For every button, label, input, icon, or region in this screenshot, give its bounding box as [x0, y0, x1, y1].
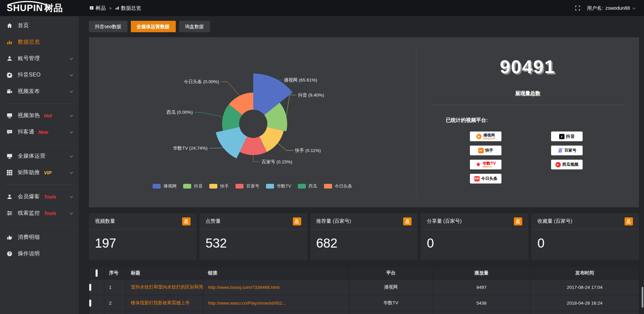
- legend-label: 华数TV: [277, 183, 291, 189]
- platform-name: 抖音: [566, 134, 575, 139]
- column-header: 标题: [126, 267, 203, 279]
- chevron-down-icon: [70, 170, 73, 174]
- sidebar-divider: [5, 144, 73, 144]
- pie-label: 快手 (0.11%): [295, 148, 321, 153]
- scrollbar-thumb[interactable]: [642, 287, 643, 308]
- legend-label: 播视网: [163, 183, 176, 189]
- sidebar-item-member-baoke[interactable]: 会员爆客Tools: [0, 189, 79, 205]
- wasu-logo-icon: ✳: [476, 162, 481, 167]
- row-checkbox[interactable]: [89, 300, 91, 307]
- cell-index: [104, 311, 126, 314]
- cell-plays: [433, 311, 530, 314]
- sidebar-item-media-ops[interactable]: 全媒体运营: [0, 148, 79, 164]
- legend-item-华数TV[interactable]: 华数TV: [266, 183, 291, 189]
- legend-item-抖音[interactable]: 抖音: [183, 183, 203, 189]
- breadcrumb-current[interactable]: 数据总览: [115, 5, 141, 11]
- chevron-down-icon: [70, 154, 73, 157]
- kuaishou-logo-icon: 66: [478, 148, 484, 153]
- cell-plays: 8497: [433, 279, 530, 295]
- cell-title[interactable]: 楼体投影灯投影效果震撼上市: [126, 295, 203, 311]
- pie-label-line: [195, 112, 223, 117]
- legend-swatch: [324, 184, 332, 189]
- chevron-down-icon: [70, 113, 73, 117]
- platform-name: 百家号: [565, 148, 577, 153]
- sidebar-item-label: 操作说明: [18, 250, 40, 257]
- chevron-down-icon: [70, 195, 73, 198]
- sidebar-item-help[interactable]: ?操作说明: [0, 246, 79, 262]
- select-all-cell: [89, 267, 104, 279]
- legend-item-百家号[interactable]: 百家号: [235, 183, 259, 189]
- sidebar-item-matrix-boost[interactable]: 矩阵助推VIP: [0, 164, 79, 181]
- cell-link[interactable]: [203, 311, 349, 314]
- fullscreen-icon[interactable]: [575, 5, 580, 11]
- summary-divider: [431, 105, 624, 105]
- stat-card-value: 0: [421, 229, 528, 251]
- toutiao-logo-icon: 头条: [474, 176, 480, 181]
- stat-card-label: 视频数量: [95, 218, 115, 224]
- platform-badge-douyin: ♪抖音: [551, 132, 583, 141]
- topbar: SHUPIN树品 树品 > 数据总览 用户名: zswodun88: [0, 0, 644, 16]
- sidebar-item-video-publish[interactable]: 视频发布: [0, 83, 79, 100]
- username-value: zswodun88: [605, 5, 630, 11]
- pie-label: 今日头条 (0.00%): [184, 79, 219, 84]
- cell-plays: 5438: [433, 295, 530, 311]
- app-logo[interactable]: SHUPIN树品: [0, 0, 79, 16]
- tab-3[interactable]: 询盘数据: [179, 21, 210, 32]
- cell-time: [530, 311, 639, 314]
- cell-link[interactable]: http://www.wasu.cn/Play/show/id/952...: [203, 295, 349, 311]
- table-header-row: 序号标题链接平台播放量发布时间: [89, 267, 639, 279]
- stat-card-value: 532: [200, 229, 307, 251]
- legend-label: 西瓜: [309, 183, 317, 189]
- rose-chart: 播视网 (65.61%)抖音 (9.40%)快手 (0.11%)百家号 (0.1…: [89, 37, 416, 207]
- sidebar-item-video-boost[interactable]: 视频加热Hot: [0, 107, 79, 124]
- legend-item-快手[interactable]: 快手: [209, 183, 229, 189]
- cell-title[interactable]: [126, 311, 203, 314]
- legend-item-西瓜[interactable]: 西瓜: [298, 183, 317, 189]
- platform-badge-xigua: ▶西瓜视频: [551, 160, 583, 169]
- doc-icon: [90, 5, 94, 11]
- cell-title[interactable]: 室外水纹灯和室内水纹灯的区别和简介: [126, 279, 203, 295]
- breadcrumb: 树品 > 数据总览: [90, 5, 141, 11]
- legend-item-今日头条[interactable]: 今日头条: [324, 183, 352, 189]
- sidebar-item-account-manage[interactable]: 账号管理: [0, 50, 79, 67]
- baijia-logo-icon: 百: [557, 148, 563, 153]
- legend-swatch: [235, 184, 244, 189]
- sidebar-item-douyin-seo[interactable]: 抖音SEO: [0, 67, 79, 83]
- pie-label: 百家号 (0.15%): [262, 159, 292, 164]
- column-header: 序号: [104, 267, 126, 279]
- table-row-1: 1室外水纹灯和室内水纹灯的区别和简介http://www.boosj.com/7…: [89, 279, 639, 295]
- select-all-checkbox[interactable]: [96, 269, 98, 277]
- table-row-3: [89, 311, 639, 314]
- total-badge: 总: [625, 217, 633, 225]
- tab-2[interactable]: 全媒体运营数据: [131, 21, 176, 32]
- platform-badge-kuaishou: 66快手: [470, 146, 501, 155]
- sidebar-item-consume-detail[interactable]: 消费明细: [0, 229, 79, 246]
- stat-card-label: 推荐量 (百家号): [316, 218, 351, 224]
- sidebar-item-leads-monitor[interactable]: 线索监控Tools: [0, 205, 79, 221]
- stat-card-3: 推荐量 (百家号)总682: [310, 213, 418, 260]
- sidebar-item-home[interactable]: 首页: [0, 17, 79, 34]
- grid-icon: [7, 170, 13, 176]
- cell-platform: 播视网: [349, 279, 433, 295]
- user-menu[interactable]: 用户名: zswodun88: [587, 5, 635, 11]
- platform-subtext: wasu.cn: [483, 165, 496, 168]
- pie-label: 西瓜 (0.00%): [167, 110, 193, 115]
- total-impressions-value: 90491: [416, 56, 639, 77]
- row-checkbox[interactable]: [89, 284, 91, 291]
- cell-link[interactable]: http://www.boosj.com/7338468.html: [203, 279, 349, 295]
- legend-swatch: [153, 184, 161, 189]
- sidebar-item-tag: New: [39, 129, 48, 135]
- legend-item-播视网[interactable]: 播视网: [153, 183, 176, 189]
- table-row-2: 2楼体投影灯投影效果震撼上市http://www.wasu.cn/Play/sh…: [89, 295, 639, 311]
- breadcrumb-root[interactable]: 树品: [90, 5, 106, 11]
- stat-card-value: 0: [531, 229, 639, 251]
- sidebar-item-douketong[interactable]: 抖客通New: [0, 124, 79, 140]
- svg-text:?: ?: [8, 252, 10, 256]
- user-icon: [7, 56, 13, 62]
- pie-slice-华数TV[interactable]: [216, 127, 247, 158]
- cell-time: 2017-08-24 17:04: [530, 279, 639, 295]
- tab-1[interactable]: 抖音seo数据: [89, 21, 127, 32]
- legend-label: 今日头条: [335, 183, 352, 189]
- sidebar-item-data-overview[interactable]: 数据总览: [0, 34, 79, 50]
- chevron-down-icon: [70, 130, 73, 133]
